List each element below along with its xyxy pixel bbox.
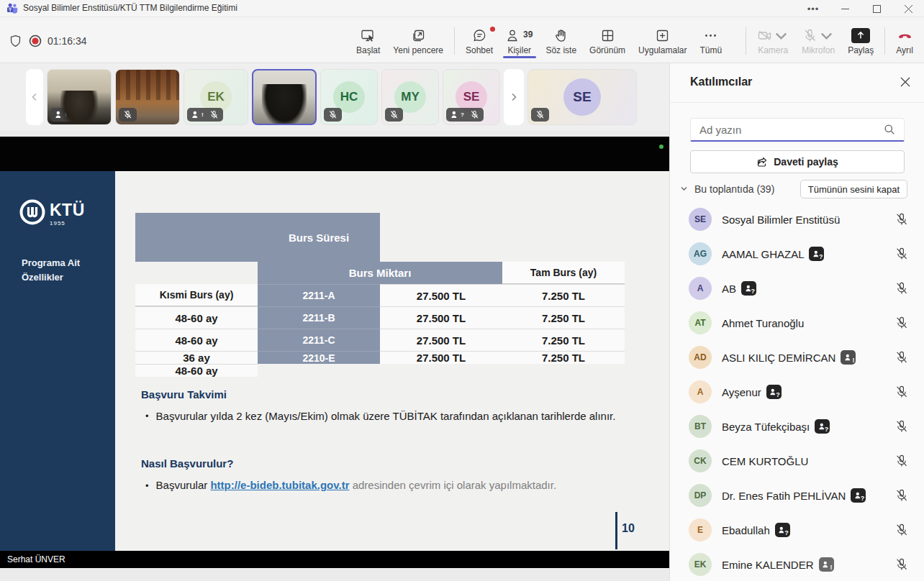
mic-muted-icon[interactable] xyxy=(894,385,909,399)
avatar: SE xyxy=(563,78,601,116)
microphone-button[interactable]: Mikrofon xyxy=(795,24,841,58)
new-window-button[interactable]: Yeni pencere xyxy=(386,24,450,58)
window-close-button[interactable] xyxy=(892,0,924,17)
mic-muted-icon[interactable] xyxy=(894,281,909,296)
table-header-burs-miktari: Burs Miktarı xyxy=(258,262,502,284)
raise-hand-icon xyxy=(553,28,569,43)
share-invite-label: Daveti paylaş xyxy=(774,156,838,168)
table-cell: 7.250 TL xyxy=(502,306,625,329)
mic-muted-icon[interactable] xyxy=(894,350,909,365)
window-maximize-button[interactable] xyxy=(861,0,892,17)
mic-options-chevron[interactable] xyxy=(819,28,834,43)
chevron-down-icon[interactable] xyxy=(680,185,688,193)
participant-row[interactable]: AT Ahmet Turanoğlu xyxy=(670,306,924,340)
in-meeting-label[interactable]: Bu toplantıda (39) xyxy=(694,183,774,195)
meeting-toolbar: 01:16:34 Başlat Yeni pencere xyxy=(0,18,924,63)
more-actions-button[interactable]: Tümü xyxy=(693,24,728,58)
participant-search xyxy=(690,118,905,142)
tile-status-pill xyxy=(385,108,403,122)
participant-avatar-tile[interactable]: SE ? xyxy=(443,69,500,125)
filmstrip-next-button[interactable] xyxy=(504,69,524,125)
window-more-button[interactable]: ••• xyxy=(797,0,829,17)
participant-avatar-tile[interactable]: HC xyxy=(320,69,378,125)
view-button[interactable]: Görünüm xyxy=(583,24,632,58)
presence-green-dot xyxy=(659,145,663,149)
slide-heading-basvuru-takvimi: Başvuru Takvimi xyxy=(141,388,227,401)
slide-bullet-text: Başvurular http://e-bideb.tubitak.gov.tr… xyxy=(156,479,557,491)
share-icon xyxy=(851,28,870,43)
participant-row[interactable]: DP Dr. Enes Fatih PEHLİVAN ? xyxy=(670,478,924,513)
search-input[interactable] xyxy=(691,124,884,136)
participant-row[interactable]: E Ebadullah ? xyxy=(670,513,924,547)
chat-notification-dot xyxy=(490,27,495,32)
avatar: CK xyxy=(689,449,712,472)
teams-meeting-window: Sosyal Bilimler Enstitüsü/KTÜ TTM Bilgil… xyxy=(0,0,924,581)
participant-video-tile[interactable]: ! xyxy=(47,69,112,125)
raise-hand-button[interactable]: Söz iste xyxy=(539,24,583,58)
avatar: BT xyxy=(689,415,712,438)
mic-muted-icon[interactable] xyxy=(894,454,909,468)
camera-options-chevron[interactable] xyxy=(774,28,789,43)
active-speaker-tile[interactable] xyxy=(252,69,317,125)
participant-row[interactable]: AG AAMAL GHAZAL ? xyxy=(670,237,924,271)
mic-muted-icon[interactable] xyxy=(894,419,909,434)
share-invite-button[interactable]: Daveti paylaş xyxy=(690,150,905,173)
guest-badge-icon: ! xyxy=(841,350,856,365)
mic-muted-icon[interactable] xyxy=(894,488,909,503)
window-minimize-button[interactable] xyxy=(829,0,861,17)
mute-all-button[interactable]: Tümünün sesini kapat xyxy=(800,180,907,198)
slide-bullet: • Başvurular yılda 2 kez (Mayıs/Ekim) ol… xyxy=(145,408,628,424)
filmstrip-prev-button[interactable] xyxy=(26,69,43,125)
mic-muted-icon[interactable] xyxy=(894,523,909,537)
apps-plus-icon xyxy=(655,28,670,43)
participant-avatar-tile[interactable]: MY xyxy=(381,69,439,125)
participant-row[interactable]: BT Beyza Tüfekçibaşı ? xyxy=(670,409,924,444)
search-icon[interactable] xyxy=(884,124,895,135)
table-cell: 27.500 TL xyxy=(380,351,502,364)
mic-muted-icon xyxy=(123,110,132,119)
participant-row[interactable]: A AB ? xyxy=(670,271,924,306)
guest-badge-icon: ? xyxy=(766,385,782,399)
slide-page-number: 10 xyxy=(622,522,635,535)
mic-muted-icon[interactable] xyxy=(894,316,909,330)
stage-top-letterbox xyxy=(0,137,669,171)
share-button[interactable]: Paylaş xyxy=(841,24,880,58)
participant-name: Ahmet Turanoğlu xyxy=(722,317,804,329)
guest-badge-icon: ! xyxy=(819,557,834,572)
participant-row[interactable]: SE Sosyal Bilimler Enstitüsü xyxy=(670,202,924,237)
title-bar: Sosyal Bilimler Enstitüsü/KTÜ TTM Bilgil… xyxy=(0,0,924,17)
participant-avatar-tile[interactable]: EK ! xyxy=(184,69,248,125)
slide-sidebar: KTÜ 1955 Programa Ait Özellikler xyxy=(0,171,115,551)
meeting-timer: 01:16:34 xyxy=(47,35,87,47)
table-cell: 7.250 TL xyxy=(502,351,625,364)
table-corner-cell xyxy=(135,213,258,262)
mic-muted-icon[interactable] xyxy=(894,212,909,227)
apps-button[interactable]: Uygulamalar xyxy=(632,24,693,58)
start-button[interactable]: Başlat xyxy=(350,24,386,58)
leave-button[interactable]: Ayrıl xyxy=(889,24,920,58)
table-header-burs-suresi: Burs Süresi xyxy=(258,213,380,262)
avatar: A xyxy=(689,277,712,300)
presenter-name: Serhat ÜNVER xyxy=(7,554,65,564)
slide-heading-nasil-basvurulur: Nasıl Başvurulur? xyxy=(141,457,233,470)
participant-row[interactable]: A Ayşenur ? xyxy=(670,375,924,409)
avatar: SE xyxy=(689,208,712,231)
mic-muted-icon[interactable] xyxy=(894,247,909,261)
video-filmstrip: ! EK ! xyxy=(0,63,669,131)
page-number-divider xyxy=(615,512,617,549)
participant-row[interactable]: EK Emine KALENDER ! xyxy=(670,547,924,581)
table-cell: 27.500 TL xyxy=(380,306,502,329)
participant-avatar-tile[interactable]: SE xyxy=(527,69,637,125)
chat-button[interactable]: Sohbet xyxy=(459,24,499,58)
participant-row[interactable]: CK CEM KURTOĞLU xyxy=(670,444,924,478)
participant-video-tile[interactable] xyxy=(115,69,180,125)
close-panel-icon[interactable] xyxy=(900,76,911,88)
participant-name: Dr. Enes Fatih PEHLİVAN xyxy=(722,490,846,502)
camera-button[interactable]: Kamera xyxy=(751,24,795,58)
participant-row[interactable]: AD ASLI KILIÇ DEMİRCAN ! xyxy=(670,340,924,375)
table-cell: 27.500 TL xyxy=(380,329,502,351)
mic-muted-icon[interactable] xyxy=(894,557,909,572)
people-count: 39 xyxy=(523,29,533,40)
guest-badge-icon: ! xyxy=(191,110,204,119)
people-button[interactable]: 39 Kişiler xyxy=(499,24,539,58)
